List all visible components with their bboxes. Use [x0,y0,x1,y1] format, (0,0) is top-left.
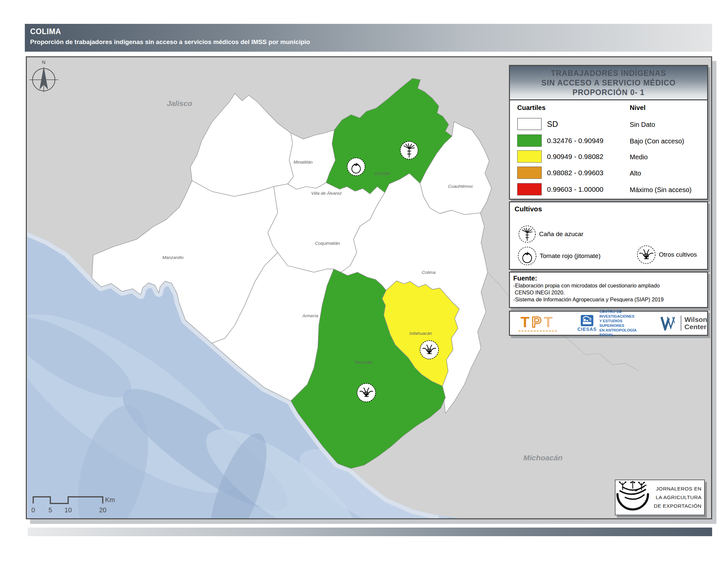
legend-swatch-alto [517,166,542,179]
scale-tick: 5 [49,506,52,514]
cultivo-label: Otros cultivos [659,251,697,258]
legend-swatch-maximo [517,183,542,195]
label-comala: Comala [375,171,390,176]
tpt-logo: TPT [519,315,557,332]
legend-title-line: SIN ACCESO A SERVICIO MÉDICO [510,78,707,88]
fuente-line: -Sistema de Información Agropecuaria y P… [513,296,704,303]
jornaleros-title-line: LA AGRICULTURA [651,493,702,502]
cultivo-cana: Caña de azucar [518,225,583,243]
fuente-box: Fuente: -Elaboración propia con microdat… [509,271,708,308]
scale-tick: 0 [31,506,35,514]
ciesas-name: CENTRO DE INVESTIGACIONES Y ESTUDIOS SUP… [599,309,641,337]
legend-range: 0.98082 - 0.99603 [547,169,603,177]
legend-col-level: Nivel [630,104,646,112]
wilson-divider [681,316,681,331]
other-crops-icon [636,245,656,264]
scale-unit: Km [105,496,115,503]
cultivo-label: Caña de azucar [539,230,583,238]
ciesas-logo: CIESAS CENTRO DE INVESTIGACIONES Y ESTUD… [577,309,641,337]
state-label-jalisco: Jalisco [167,99,193,108]
legend-level: Máximo (Sin acceso) [630,186,692,194]
jornaleros-title: JORNALEROS EN LA AGRICULTURA DE EXPORTAC… [651,485,704,510]
cultivos-box: Cultivos Caña de azucar Tomate rojo (jit… [509,201,708,270]
jornaleros-title-line: JORNALEROS EN [651,485,702,493]
legend-title: TRABAJADORES INDÍGENAS SIN ACCESO A SERV… [510,66,707,100]
legend-level: Bajo (Con acceso) [630,137,684,145]
sugarcane-icon [518,225,536,243]
page-header: COLIMA Proporción de trabajadores indíge… [25,24,712,52]
cultivo-tomate: Tomate rojo (jitomate) [517,246,601,266]
fuente-line: CENSO INEGI 2020. [513,289,704,296]
label-tecoman: Tecomán [354,360,373,365]
label-manzanillo: Manzanillo [162,255,184,260]
page-subtitle: Proporción de trabajadores indígenas sin… [30,38,712,46]
legend-title-line: TRABAJADORES INDÍGENAS [510,69,707,78]
scale-tick: 10 [65,506,72,514]
tpt-letter: T [521,314,532,330]
sugarcane-icon [400,141,418,159]
cultivo-otros: Otros cultivos [636,245,697,264]
legend-swatch-sd [517,118,542,130]
other-crops-icon [420,341,438,359]
other-crops-icon [357,384,376,402]
ciesas-name-line: Y ESTUDIOS SUPERIORES [599,319,641,328]
label-armeria: Armería [302,313,318,318]
fuente-title: Fuente: [513,274,704,282]
legend-swatch-medio [517,150,542,163]
scale-tick: 20 [99,506,106,514]
legend-range: 0.90949 - 0.98082 [547,153,603,161]
compass-north-label: N [42,59,46,65]
legend-title-line: PROPORCIÓN 0- 1 [510,88,707,97]
label-villa-de-alvarez: Villa de Álvarez [311,191,342,196]
legend-col-quartiles: Cuartiles [517,104,546,112]
label-coquimatlan: Coquimatlán [315,241,340,246]
wilson-name-line: Wilson [684,316,707,323]
cultivos-title: Cultivos [515,205,542,213]
fuente-line: -Elaboración propia con microdatos del c… [513,282,704,289]
ciesas-name-line: EN ANTROPOLOGÍA SOCIAL [599,328,641,337]
state-label-michoacan: Michoacán [523,453,563,462]
page-title: COLIMA [30,27,712,36]
tomato-icon [347,158,365,176]
legend-level: Alto [630,169,641,177]
legend-swatch-bajo [517,134,542,147]
jornaleros-title-line: DE EXPORTACIÓN [651,502,702,510]
tpt-letter: P [532,314,544,330]
legend-box: TRABAJADORES INDÍGENAS SIN ACCESO A SERV… [509,65,708,200]
ciesas-name-line: CENTRO DE INVESTIGACIONES [599,309,641,319]
tpt-letter: T [544,314,555,330]
label-ixtlahuacan: Ixtlahuacán [409,331,432,336]
label-minatitlan: Minatitlán [294,160,313,164]
wilson-name-line: Center [684,323,707,331]
legend-range: 0.32476 - 0.90949 [547,137,603,145]
footer-gradient-bar [28,528,712,536]
tpt-tagline-dashes [519,331,557,332]
wilson-w-icon [660,316,678,331]
label-colima: Colima [422,270,435,275]
legend-range: SD [547,119,558,129]
label-cuauhtemoc: Cuauhtémoc [448,184,473,189]
wilson-name: Wilson Center [684,316,707,331]
ciesas-icon [580,315,594,327]
wilson-center-logo: Wilson Center [660,316,707,331]
legend-level: Medio [630,153,648,161]
jornaleros-field-icon [615,481,651,514]
ciesas-acronym: CIESAS [577,327,597,332]
tomato-icon [517,246,537,266]
cultivo-label: Tomate rojo (jitomate) [540,252,601,259]
legend-level: Sin Dato [630,121,655,128]
legend-range: 0.99603 - 1.00000 [547,185,603,193]
logos-box: TPT CIESAS CENTRO DE INVESTIGACIONES Y E… [509,311,708,336]
jornaleros-logo-box: JORNALEROS EN LA AGRICULTURA DE EXPORTAC… [615,480,705,515]
